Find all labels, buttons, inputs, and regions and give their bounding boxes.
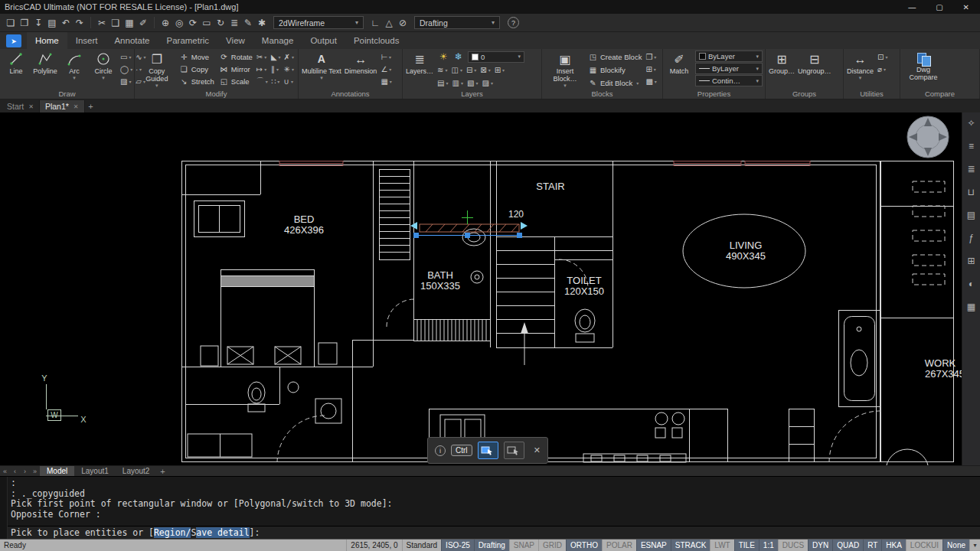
- command-panel-grip[interactable]: [0, 477, 8, 539]
- toggle-grid[interactable]: GRID: [538, 540, 566, 551]
- command-input[interactable]: Pick to place entities or [Region/Save d…: [8, 526, 980, 539]
- annotation-icon[interactable]: ✎: [241, 15, 255, 30]
- new-file-icon[interactable]: ❏: [4, 15, 18, 30]
- drawing-viewport[interactable]: BED 426X396 STAIR 120 BATH 150X335 TOILE…: [0, 112, 962, 465]
- tab-plan1[interactable]: Plan1*✕: [40, 100, 85, 112]
- print-icon[interactable]: ▤: [45, 15, 59, 30]
- toggle-strack[interactable]: STRACK: [671, 540, 710, 551]
- block-tool-icon-3[interactable]: ▩: [645, 75, 657, 87]
- redo-icon[interactable]: ↷: [73, 15, 87, 30]
- modify-tool-icon-1[interactable]: ✂: [256, 51, 269, 63]
- ribbon-tab-home[interactable]: Home: [27, 32, 67, 49]
- help-icon[interactable]: ?: [508, 17, 519, 28]
- undo-icon[interactable]: ↶: [59, 15, 73, 30]
- structure-panel-icon[interactable]: ⊞: [965, 254, 978, 267]
- annotation-monitor-icon[interactable]: △: [382, 15, 396, 30]
- tab-layout1[interactable]: Layout1: [74, 466, 116, 477]
- group-button[interactable]: ⊞Group…: [769, 51, 795, 75]
- application-button[interactable]: ➤: [6, 34, 21, 47]
- new-document-tab-button[interactable]: +: [85, 100, 97, 112]
- rotate-button[interactable]: ⟳Rotate: [219, 51, 253, 63]
- toggle-polar[interactable]: POLAR: [602, 540, 636, 551]
- field-iso-25[interactable]: ISO-25: [441, 540, 474, 551]
- toggle-dyn[interactable]: DYN: [808, 540, 832, 551]
- field-drafting[interactable]: Drafting: [474, 540, 509, 551]
- property-combo-1[interactable]: ByLayer: [695, 51, 763, 62]
- copy-button[interactable]: ❏Copy: [179, 63, 214, 75]
- ribbon-tab-output[interactable]: Output: [302, 32, 345, 49]
- toggle-ortho[interactable]: ORTHO: [566, 540, 602, 551]
- scale-button[interactable]: ◱Scale: [219, 75, 253, 87]
- layer-tool-icon-4[interactable]: ⊠: [479, 66, 491, 74]
- tab-layout2[interactable]: Layout2: [116, 466, 157, 477]
- paste-icon[interactable]: ▦: [122, 15, 136, 30]
- stretch-button[interactable]: ↘Stretch: [179, 75, 214, 87]
- circle-button[interactable]: Circle: [90, 51, 116, 80]
- toggle-lockui[interactable]: LOCKUI: [906, 540, 942, 551]
- ribbon-tab-annotate[interactable]: Annotate: [106, 32, 158, 49]
- tab-model[interactable]: Model: [40, 466, 74, 477]
- tab-start[interactable]: Start✕: [2, 100, 40, 112]
- dimension-button[interactable]: ↔ Dimension: [345, 51, 377, 75]
- ribbon-tab-view[interactable]: View: [217, 32, 253, 49]
- modify-tool-icon-9[interactable]: ∪: [283, 75, 295, 87]
- block-tool-icon-1[interactable]: ❐: [645, 51, 657, 63]
- layer-tool-b-icon-1[interactable]: ▤: [436, 79, 449, 87]
- distance-button[interactable]: ↔ Distance: [847, 51, 874, 80]
- toggle-rt[interactable]: RT: [863, 540, 881, 551]
- ucs-icon[interactable]: ∟: [368, 15, 382, 30]
- annotation-tool-icon-2[interactable]: ∠: [380, 63, 392, 75]
- prev-layout-icon[interactable]: ‹: [10, 468, 20, 475]
- settings-icon[interactable]: ✱: [255, 15, 269, 30]
- draw-tool-icon-3[interactable]: ▨: [119, 75, 133, 87]
- modify-tool-icon-2[interactable]: ↦: [256, 63, 269, 75]
- render-panel-icon[interactable]: ◐: [965, 277, 978, 290]
- toggle-ducs[interactable]: DUCS: [778, 540, 808, 551]
- save-icon[interactable]: ↧: [31, 15, 45, 30]
- layer-on-icon[interactable]: ☀: [436, 50, 450, 64]
- ribbon-tab-manage[interactable]: Manage: [253, 32, 302, 49]
- multiline-text-button[interactable]: A Multiline Text: [302, 51, 341, 80]
- ribbon-tab-insert[interactable]: Insert: [67, 32, 106, 49]
- create-block-button[interactable]: ◳Create Block: [588, 51, 642, 63]
- mirror-button[interactable]: ⋈Mirror: [219, 63, 253, 75]
- hka-copy-single-button[interactable]: [478, 442, 498, 459]
- property-combo-2[interactable]: ByLayer: [695, 63, 763, 74]
- zoom-extents-icon[interactable]: ▭: [200, 15, 214, 30]
- layer-tool-icon-5[interactable]: ⊞: [494, 66, 505, 74]
- tab-plan1-close-icon[interactable]: ✕: [74, 103, 79, 110]
- layer-tool-b-icon-4[interactable]: ▨: [481, 79, 493, 87]
- orbit-icon[interactable]: ⟳: [186, 15, 200, 30]
- match-button[interactable]: ✐ Match: [666, 51, 692, 75]
- next-layout-icon[interactable]: ›: [20, 468, 30, 475]
- toggle-esnap[interactable]: ESNAP: [636, 540, 671, 551]
- ribbon-tab-parametric[interactable]: Parametric: [158, 32, 218, 49]
- copy-guided-button[interactable]: ❐ Copy Guided: [138, 51, 176, 88]
- layer-freeze-icon[interactable]: ❄: [452, 50, 466, 64]
- close-button[interactable]: ✕: [963, 3, 969, 11]
- layers-button[interactable]: ≣ Layers…: [406, 51, 433, 75]
- layer-tool-icon-3[interactable]: ⊟: [466, 66, 477, 74]
- ungroup-button[interactable]: ⊟Ungroup…: [798, 51, 831, 75]
- line-button[interactable]: Line: [3, 51, 29, 75]
- properties-panel-icon[interactable]: ≡: [965, 139, 978, 152]
- first-layout-icon[interactable]: «: [0, 468, 10, 475]
- hka-copy-multiple-button[interactable]: [504, 442, 524, 459]
- modify-tool-icon-7[interactable]: ✗: [283, 51, 295, 63]
- annotation-tool-icon-3[interactable]: ▦: [380, 75, 392, 87]
- layers-panel-icon[interactable]: ≣: [965, 162, 978, 175]
- last-layout-icon[interactable]: »: [30, 468, 40, 475]
- blockify-button[interactable]: ▦Blockify: [588, 64, 642, 76]
- utility-tool-icon-2[interactable]: ⌀: [877, 63, 888, 75]
- toggle-snap[interactable]: SNAP: [509, 540, 538, 551]
- view-style-dropdown[interactable]: 2dWireframe: [273, 16, 364, 29]
- toggle-lwt[interactable]: LWT: [710, 540, 733, 551]
- hka-close-icon[interactable]: ✕: [534, 445, 541, 455]
- cut-icon[interactable]: ✂: [95, 15, 109, 30]
- copy-icon[interactable]: ❑: [109, 15, 122, 30]
- pan-icon[interactable]: ⊕: [158, 15, 172, 30]
- clean-screen-icon[interactable]: ⊘: [396, 15, 410, 30]
- dwg-compare-button[interactable]: Dwg Compare: [903, 51, 943, 81]
- annotation-tool-icon-1[interactable]: ⊢: [380, 51, 392, 63]
- modify-tool-icon-4[interactable]: ◣: [270, 51, 282, 63]
